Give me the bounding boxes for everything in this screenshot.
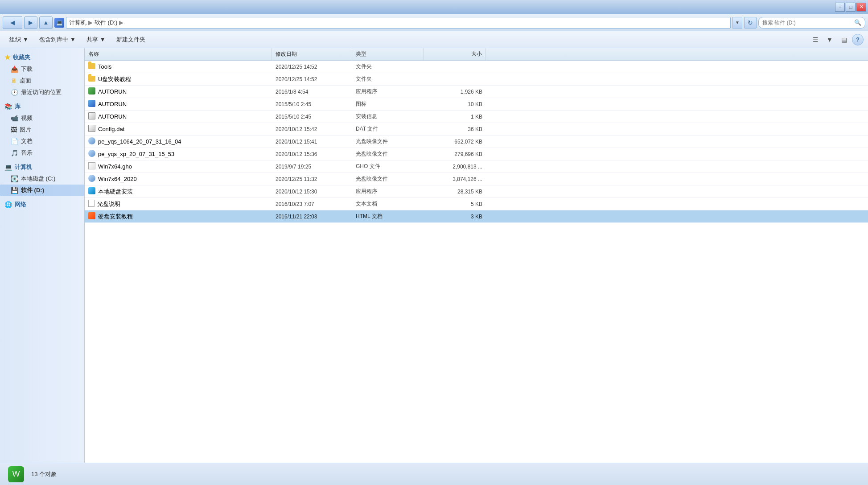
search-input[interactable]: [762, 20, 852, 26]
maximize-button[interactable]: □: [846, 3, 856, 12]
table-row[interactable]: pe_yqs_1064_20_07_31_16_04 2020/10/12 15…: [85, 136, 868, 148]
network-header[interactable]: 🌐 网络: [0, 199, 84, 210]
download-label: 下载: [21, 65, 33, 73]
table-row[interactable]: 硬盘安装教程 2016/11/21 22:03 HTML 文档 3 KB: [85, 210, 868, 223]
search-icon[interactable]: 🔍: [854, 19, 861, 26]
file-type-cell: HTML 文档: [352, 210, 424, 222]
refresh-button[interactable]: ↻: [744, 17, 757, 29]
table-row[interactable]: Win7x64_2020 2020/12/25 11:32 光盘映像文件 3,8…: [85, 173, 868, 185]
file-size-cell: 5 KB: [424, 198, 486, 210]
file-size-cell: 28,315 KB: [424, 185, 486, 197]
file-name: 光盘说明: [97, 200, 120, 208]
column-size-header[interactable]: 大小: [424, 48, 486, 60]
breadcrumb-drive[interactable]: 软件 (D:): [95, 19, 117, 27]
network-section: 🌐 网络: [0, 199, 84, 210]
file-name-cell: pe_yqs_1064_20_07_31_16_04: [85, 136, 272, 148]
library-header[interactable]: 📚 库: [0, 101, 84, 112]
file-date-cell: 2019/9/7 19:25: [272, 160, 352, 173]
favorites-header[interactable]: ★ 收藏夹: [0, 52, 84, 63]
up-icon: ▲: [43, 19, 49, 26]
column-name-header[interactable]: 名称: [85, 48, 272, 60]
file-name-cell: 硬盘安装教程: [85, 210, 272, 222]
file-name-cell: 本地硬盘安装: [85, 185, 272, 197]
file-name: AUTORUN: [98, 101, 127, 107]
back-button[interactable]: ◀: [3, 16, 22, 29]
file-size-cell: 1,926 KB: [424, 86, 486, 98]
sidebar-item-video[interactable]: 📹 视频: [0, 112, 84, 124]
minimize-button[interactable]: －: [835, 3, 845, 12]
file-date-cell: 2020/12/25 11:32: [272, 173, 352, 185]
table-row[interactable]: AUTORUN 2016/1/8 4:54 应用程序 1,926 KB: [85, 86, 868, 98]
toolbar: 组织 ▼ 包含到库中 ▼ 共享 ▼ 新建文件夹 ☰ ▼ ▤ ?: [0, 31, 868, 48]
file-rows-container: Tools 2020/12/25 14:52 文件夹 U盘安装教程 2020/1…: [85, 61, 868, 223]
organize-button[interactable]: 组织 ▼: [4, 33, 33, 46]
download-folder-icon: 📥: [11, 66, 18, 73]
computer-header[interactable]: 💻 计算机: [0, 161, 84, 173]
sidebar-item-doc[interactable]: 📄 文档: [0, 136, 84, 147]
favorites-label: 收藏夹: [13, 53, 30, 62]
sidebar-item-recent[interactable]: 🕐 最近访问的位置: [0, 86, 84, 98]
sidebar-item-image[interactable]: 🖼 图片: [0, 124, 84, 136]
sidebar-item-desktop[interactable]: 🖥 桌面: [0, 75, 84, 86]
file-size-cell: 279,696 KB: [424, 148, 486, 160]
file-date-cell: 2016/10/23 7:07: [272, 198, 352, 210]
table-row[interactable]: Tools 2020/12/25 14:52 文件夹: [85, 61, 868, 73]
forward-button[interactable]: ▶: [24, 16, 37, 29]
file-size-cell: [424, 73, 486, 85]
video-label: 视频: [21, 114, 33, 122]
file-name: Config.dat: [98, 126, 124, 132]
file-icon: [88, 175, 95, 183]
search-bar[interactable]: 🔍: [758, 17, 865, 29]
file-name-cell: Tools: [85, 61, 272, 73]
image-label: 图片: [20, 126, 31, 134]
file-date-cell: 2020/12/25 14:52: [272, 73, 352, 85]
file-size-cell: 1 KB: [424, 111, 486, 123]
table-row[interactable]: Config.dat 2020/10/12 15:42 DAT 文件 36 KB: [85, 123, 868, 136]
status-app-icon: W: [7, 465, 25, 483]
table-row[interactable]: AUTORUN 2015/5/10 2:45 图标 10 KB: [85, 98, 868, 111]
file-type-cell: 文本文档: [352, 198, 424, 210]
help-button[interactable]: ?: [852, 34, 864, 45]
table-row[interactable]: 本地硬盘安装 2020/10/12 15:30 应用程序 28,315 KB: [85, 185, 868, 198]
network-icon: 🌐: [4, 201, 12, 208]
file-name: 硬盘安装教程: [98, 213, 133, 221]
organize-arrow: ▼: [23, 36, 29, 43]
file-name: pe_yqs_1064_20_07_31_16_04: [98, 138, 181, 145]
drive-c-icon: 💽: [11, 175, 18, 182]
breadcrumb-computer[interactable]: 计算机: [69, 19, 86, 27]
desktop-icon: 🖥: [11, 77, 17, 84]
table-row[interactable]: Win7x64.gho 2019/9/7 19:25 GHO 文件 2,900,…: [85, 160, 868, 173]
include-library-button[interactable]: 包含到库中 ▼: [34, 33, 81, 46]
favorites-section: ★ 收藏夹 📥 下载 🖥 桌面 🕐 最近访问的位置: [0, 52, 84, 98]
column-date-header[interactable]: 修改日期: [272, 48, 352, 60]
file-date-cell: 2016/11/21 22:03: [272, 210, 352, 222]
sidebar-item-drive-d[interactable]: 💾 软件 (D:): [0, 185, 84, 196]
toolbar-right: ☰ ▼ ▤ ?: [809, 34, 864, 45]
sidebar-item-download[interactable]: 📥 下载: [0, 63, 84, 75]
file-date-cell: 2015/5/10 2:45: [272, 98, 352, 110]
breadcrumb-bar[interactable]: 计算机 ▶ 软件 (D:) ▶: [66, 17, 731, 29]
music-label: 音乐: [21, 149, 33, 157]
view-arrow-button[interactable]: ▼: [823, 34, 836, 45]
view-toggle-button[interactable]: ☰: [809, 34, 822, 45]
file-icon: [88, 187, 95, 196]
breadcrumb-sep-1: ▶: [88, 19, 93, 26]
pane-button[interactable]: ▤: [838, 34, 850, 45]
column-type-header[interactable]: 类型: [352, 48, 424, 60]
file-icon: [88, 212, 95, 221]
share-button[interactable]: 共享 ▼: [82, 33, 111, 46]
address-dropdown-button[interactable]: ▼: [732, 17, 742, 29]
file-size-cell: 2,900,813 ...: [424, 160, 486, 173]
new-folder-button[interactable]: 新建文件夹: [111, 33, 150, 46]
table-row[interactable]: pe_yqs_xp_20_07_31_15_53 2020/10/12 15:3…: [85, 148, 868, 160]
table-row[interactable]: U盘安装教程 2020/12/25 14:52 文件夹: [85, 73, 868, 86]
file-name: Tools: [98, 63, 111, 70]
sidebar-item-drive-c[interactable]: 💽 本地磁盘 (C:): [0, 173, 84, 185]
file-type-cell: 文件夹: [352, 61, 424, 73]
table-row[interactable]: AUTORUN 2015/5/10 2:45 安装信息 1 KB: [85, 111, 868, 123]
up-button[interactable]: ▲: [39, 16, 53, 29]
sidebar-item-music[interactable]: 🎵 音乐: [0, 147, 84, 159]
table-row[interactable]: 光盘说明 2016/10/23 7:07 文本文档 5 KB: [85, 198, 868, 210]
computer-pc-icon: 💻: [4, 164, 12, 171]
close-button[interactable]: ✕: [856, 3, 866, 12]
